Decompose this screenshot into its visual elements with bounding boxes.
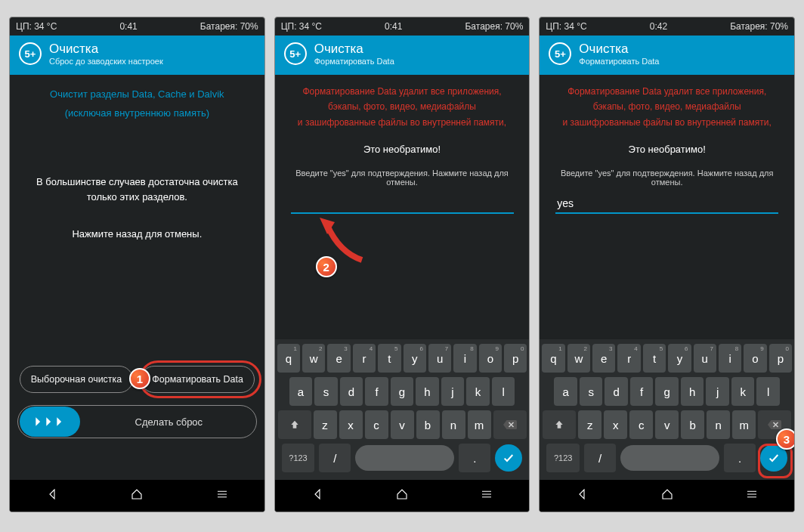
paragraph-2: Нажмите назад для отмены.	[72, 228, 202, 240]
header: 5+ Очистка Форматировать Data	[540, 36, 794, 75]
key-space[interactable]	[620, 445, 719, 471]
key-space[interactable]	[355, 445, 454, 471]
nav-back-icon[interactable]	[311, 487, 324, 504]
key-p[interactable]: p0	[769, 344, 792, 373]
key-x[interactable]: x	[339, 410, 363, 439]
cpu-temp: ЦП: 34 °C	[16, 21, 57, 32]
key-o[interactable]: o9	[744, 344, 766, 373]
paragraph-1: В большинстве случаев достаточна очистка…	[16, 175, 258, 206]
key-j[interactable]: j	[706, 377, 729, 406]
nav-home-icon[interactable]	[395, 487, 409, 504]
clock: 0:41	[385, 21, 402, 32]
confirm-input[interactable]	[555, 194, 778, 214]
key-u[interactable]: u7	[428, 344, 451, 373]
key-a[interactable]: a	[554, 377, 577, 406]
clock: 0:42	[650, 21, 667, 32]
key-z[interactable]: z	[578, 410, 601, 439]
warn-line-3: и зашифрованные файлы во внутренней памя…	[563, 115, 772, 130]
key-h[interactable]: h	[681, 377, 704, 406]
selective-wipe-button[interactable]: Выборочная очистка	[20, 366, 134, 393]
key-j[interactable]: j	[441, 377, 465, 406]
key-l[interactable]: l	[492, 377, 515, 406]
key-shift[interactable]	[278, 410, 311, 439]
key-z[interactable]: z	[314, 410, 337, 439]
nav-recent-icon[interactable]	[215, 487, 229, 504]
key-shift[interactable]	[543, 410, 576, 439]
navbar	[275, 480, 530, 512]
key-l[interactable]: l	[756, 377, 780, 406]
key-o[interactable]: o9	[479, 344, 502, 373]
app-icon: 5+	[549, 42, 571, 65]
swipe-thumb-icon	[20, 407, 80, 437]
key-w[interactable]: w2	[302, 344, 325, 373]
swipe-to-wipe[interactable]: Сделать сброс	[17, 405, 256, 438]
nav-home-icon[interactable]	[660, 487, 674, 504]
nav-back-icon[interactable]	[45, 487, 59, 504]
key-t[interactable]: t5	[643, 344, 666, 373]
key-h[interactable]: h	[416, 377, 439, 406]
key-m[interactable]: m	[732, 410, 756, 439]
key-w[interactable]: w2	[567, 344, 590, 373]
key-y[interactable]: y6	[404, 344, 426, 373]
key-p[interactable]: p0	[504, 344, 527, 373]
key-r[interactable]: r4	[617, 344, 640, 373]
key-g[interactable]: g	[391, 377, 414, 406]
key-b[interactable]: b	[681, 410, 704, 439]
key-q[interactable]: q1	[542, 344, 564, 373]
navbar	[540, 480, 794, 512]
format-data-button[interactable]: Форматировать Data	[141, 366, 255, 393]
header-subtitle: Сброс до заводских настроек	[49, 57, 163, 66]
key-n[interactable]: n	[707, 410, 730, 439]
header-subtitle: Форматировать Data	[579, 57, 659, 66]
key-u[interactable]: u7	[694, 344, 716, 373]
key-e[interactable]: e3	[592, 344, 615, 373]
header-title: Очистка	[314, 42, 394, 57]
key-f[interactable]: f	[630, 377, 654, 406]
key-b[interactable]: b	[416, 410, 440, 439]
kbd-row-3: zxcvbnm	[277, 410, 527, 439]
key-g[interactable]: g	[655, 377, 679, 406]
kbd-row-4: ?123 / .	[277, 444, 527, 472]
key-k[interactable]: k	[466, 377, 490, 406]
key-symbols[interactable]: ?123	[546, 444, 580, 472]
key-t[interactable]: t5	[378, 344, 400, 373]
key-s[interactable]: s	[314, 377, 338, 406]
key-q[interactable]: q1	[277, 344, 300, 373]
key-m[interactable]: m	[468, 410, 491, 439]
key-d[interactable]: d	[605, 377, 628, 406]
key-k[interactable]: k	[731, 377, 755, 406]
key-f[interactable]: f	[365, 377, 388, 406]
key-d[interactable]: d	[340, 377, 363, 406]
warn-line-2: бэкапы, фото, видео, медиафайлы	[593, 99, 741, 114]
key-dot[interactable]: .	[459, 444, 490, 472]
nav-back-icon[interactable]	[575, 487, 589, 504]
key-enter[interactable]	[495, 444, 522, 472]
key-a[interactable]: a	[289, 377, 313, 406]
key-s[interactable]: s	[580, 377, 603, 406]
key-e[interactable]: e3	[327, 344, 350, 373]
nav-recent-icon[interactable]	[745, 487, 759, 504]
header-title: Очистка	[579, 42, 659, 57]
key-v[interactable]: v	[655, 410, 679, 439]
confirm-input[interactable]	[291, 194, 514, 214]
key-y[interactable]: y6	[668, 344, 691, 373]
key-i[interactable]: i8	[453, 344, 476, 373]
key-symbols[interactable]: ?123	[282, 444, 315, 472]
battery: Батарея: 70%	[465, 21, 523, 32]
key-n[interactable]: n	[442, 410, 465, 439]
statusbar: ЦП: 34 °C 0:41 Батарея: 70%	[275, 17, 530, 36]
key-i[interactable]: i8	[719, 344, 741, 373]
info-line-1: Очистит разделы Data, Cache и Dalvik	[50, 87, 224, 103]
key-slash[interactable]: /	[584, 444, 616, 472]
key-c[interactable]: c	[629, 410, 653, 439]
key-dot[interactable]: .	[724, 444, 756, 472]
nav-home-icon[interactable]	[130, 487, 144, 504]
key-v[interactable]: v	[391, 410, 414, 439]
nav-recent-icon[interactable]	[480, 487, 493, 504]
key-backspace[interactable]	[493, 410, 527, 439]
key-c[interactable]: c	[365, 410, 388, 439]
annotation-badge-3: 3	[776, 428, 795, 450]
key-slash[interactable]: /	[319, 444, 351, 472]
key-r[interactable]: r4	[353, 344, 376, 373]
key-x[interactable]: x	[604, 410, 627, 439]
